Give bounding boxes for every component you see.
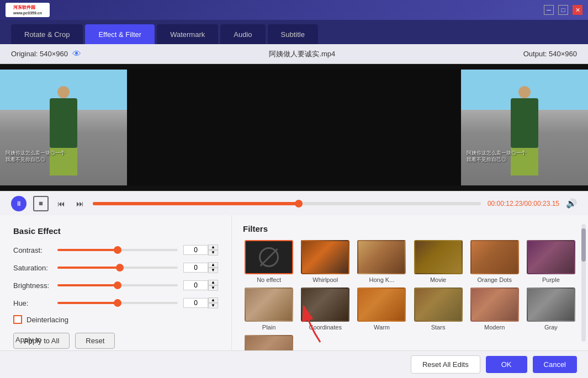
skip-forward-button[interactable]: ⏭ [74, 198, 86, 210]
left-video-content: 阿姨你这怎么卖一块◎一个 我看不见你自己◎ [0, 70, 127, 185]
saturation-down[interactable]: ▼ [208, 268, 218, 273]
hue-label: Hue: [13, 299, 57, 307]
playback-bar: ⏸ ⏹ ⏮ ⏭ 00:00:12.23/00:00:23.15 🔊 [0, 191, 588, 215]
minimize-button[interactable]: ─ [544, 5, 554, 15]
hue-row: Hue: 0 ▲ ▼ [13, 297, 218, 308]
eye-icon[interactable]: 👁 [72, 49, 81, 59]
filter-thumb-pixelate [245, 335, 293, 350]
reset-button[interactable]: Reset [75, 333, 115, 349]
brightness-spinner: ▲ ▼ [208, 280, 218, 291]
filter-thumb-modern [470, 288, 519, 322]
right-person-head [518, 86, 531, 98]
tab-watermark[interactable]: Watermark [157, 24, 218, 44]
contrast-down[interactable]: ▼ [208, 250, 218, 255]
filter-thumb-plain [245, 288, 293, 322]
tab-subtitle[interactable]: Subtitle [268, 24, 318, 44]
filter-item-no-effect[interactable]: No effect [243, 240, 295, 283]
contrast-up[interactable]: ▲ [208, 244, 218, 250]
close-button[interactable]: ✕ [573, 5, 582, 15]
hue-fill [57, 302, 118, 304]
logo-text: 河东软件园www.pc0359.cn [13, 4, 42, 15]
right-video-subtitle: 阿姨你这怎么卖一块◎一个 我看不见你自己◎ [467, 150, 526, 163]
brightness-down[interactable]: ▼ [208, 285, 218, 291]
tab-audio[interactable]: Audio [220, 24, 265, 44]
brightness-thumb[interactable] [114, 281, 121, 289]
saturation-track [57, 267, 178, 269]
person-body [50, 98, 77, 148]
stop-button[interactable]: ⏹ [33, 196, 49, 211]
filter-item-warm[interactable]: Warm [356, 288, 407, 331]
filter-item-purple[interactable]: Purple [525, 240, 577, 283]
filters-grid: No effect Whirlpool Hong K... Movie Oran… [243, 240, 577, 350]
progress-fill [93, 202, 299, 205]
saturation-fill [57, 267, 120, 269]
filter-name-gray: Gray [544, 324, 558, 331]
brightness-track [57, 284, 178, 286]
filter-item-hongkong[interactable]: Hong K... [356, 240, 407, 283]
brightness-slider[interactable] [57, 280, 178, 291]
action-buttons: Apply to All Reset [13, 333, 218, 349]
contrast-label: Contrast: [13, 246, 57, 254]
filter-item-whirlpool[interactable]: Whirlpool [299, 240, 351, 283]
subtitle-line2: 我看不见你自己◎ [6, 156, 65, 163]
contrast-slider[interactable] [57, 244, 178, 255]
left-video-preview: 阿姨你这怎么卖一块◎一个 我看不见你自己◎ [0, 70, 127, 185]
hue-down[interactable]: ▼ [208, 303, 218, 308]
contrast-value[interactable]: 0 [183, 245, 208, 255]
filter-item-pixelate[interactable]: Pixelate [243, 335, 295, 350]
basic-effect-title: Basic Effect [13, 226, 218, 236]
deinterlacing-row: Deinterlacing [13, 315, 218, 324]
hue-thumb[interactable] [114, 299, 121, 307]
saturation-row: Saturation: 0 ▲ ▼ [13, 262, 218, 273]
hue-slider[interactable] [57, 297, 178, 308]
title-bar: 河东软件园www.pc0359.cn ─ □ ✕ [0, 0, 588, 20]
filter-name-no-effect: No effect [257, 276, 281, 283]
saturation-slider[interactable] [57, 262, 178, 273]
tab-rotate-crop[interactable]: Rotate & Crop [11, 24, 83, 44]
skip-back-button[interactable]: ⏮ [55, 198, 67, 210]
filter-item-gray[interactable]: Gray [525, 288, 577, 331]
filter-item-orangedots[interactable]: Orange Dots [469, 240, 521, 283]
filter-name-orangedots: Orange Dots [478, 276, 512, 283]
progress-handle[interactable] [295, 200, 303, 207]
saturation-spinner: ▲ ▼ [208, 262, 218, 273]
hue-up[interactable]: ▲ [208, 297, 218, 303]
filter-item-movie[interactable]: Movie [412, 240, 464, 283]
brightness-value[interactable]: 0 [183, 280, 208, 290]
cancel-button[interactable]: Cancel [533, 356, 577, 373]
saturation-value[interactable]: 0 [183, 263, 208, 273]
brightness-up[interactable]: ▲ [208, 280, 218, 285]
filter-name-plain: Plain [262, 324, 276, 331]
volume-icon[interactable]: 🔊 [566, 198, 577, 209]
saturation-up[interactable]: ▲ [208, 262, 218, 268]
filter-thumb-orangedots [470, 240, 519, 274]
saturation-thumb[interactable] [116, 264, 124, 271]
filters-scrollbar-thumb[interactable] [581, 228, 586, 262]
filter-thumb-purple [527, 240, 575, 274]
contrast-thumb[interactable] [114, 246, 121, 254]
filters-scrollbar[interactable] [581, 224, 586, 342]
pause-button[interactable]: ⏸ [11, 196, 27, 211]
maximize-button[interactable]: □ [558, 5, 568, 15]
deinterlacing-checkbox[interactable] [13, 315, 22, 324]
brightness-value-box: 0 ▲ ▼ [183, 280, 218, 291]
filters-title: Filters [243, 224, 577, 233]
contrast-value-box: 0 ▲ ▼ [183, 244, 218, 255]
contrast-spinner: ▲ ▼ [208, 244, 218, 255]
filter-item-stars[interactable]: Stars [412, 288, 464, 331]
progress-bar[interactable] [93, 202, 481, 205]
hue-value[interactable]: 0 [183, 298, 208, 308]
filter-item-coordinates[interactable]: Coordinates [299, 288, 351, 331]
ok-button[interactable]: OK [486, 356, 527, 373]
filter-item-modern[interactable]: Modern [469, 288, 521, 331]
website-text: www.pc0359.cn [13, 11, 42, 15]
bottom-bar: Reset All Edits OK Cancel [0, 350, 588, 378]
reset-all-edits-button[interactable]: Reset All Edits [411, 355, 480, 374]
contrast-row: Contrast: 0 ▲ ▼ [13, 244, 218, 255]
saturation-label: Saturation: [13, 264, 57, 272]
filter-name-warm: Warm [374, 324, 390, 331]
saturation-input-group: 0 ▲ ▼ [183, 262, 218, 273]
tab-effect-filter[interactable]: Effect & Filter [85, 24, 155, 44]
filter-name-coordinates: Coordinates [309, 324, 342, 331]
filter-item-plain[interactable]: Plain [243, 288, 295, 331]
